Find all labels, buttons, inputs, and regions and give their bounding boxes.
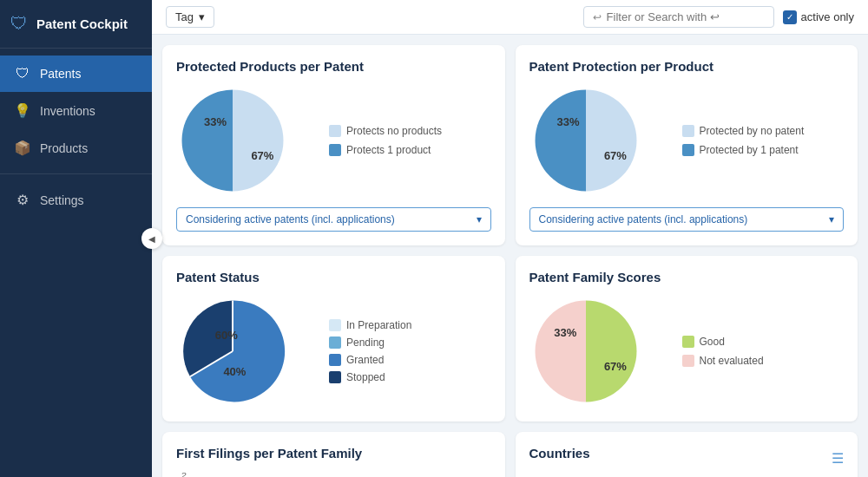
active-only-toggle[interactable]: ✓ active only — [783, 10, 854, 24]
protection-per-product-svg — [529, 84, 642, 197]
search-box[interactable]: ↩ — [583, 6, 774, 28]
pie-label-33-1: 33% — [204, 115, 227, 128]
legend-item-not-evaluated: Not evaluated — [682, 355, 764, 367]
protection-per-product-card: Patent Protection per Product 33% 67% Pr… — [516, 45, 858, 245]
protection-per-product-dropdown-label: Considering active patents (incl. applic… — [539, 213, 748, 225]
products-icon: 📦 — [14, 140, 31, 156]
protection-per-product-dropdown[interactable]: Considering active patents (incl. applic… — [529, 207, 845, 232]
protected-products-chart-area: 33% 67% Protects no products Protects 1 … — [176, 84, 491, 197]
patent-status-card: Patent Status — [162, 256, 505, 421]
legend-color-pending — [329, 337, 341, 349]
tag-dropdown[interactable]: Tag ▾ — [166, 6, 214, 28]
legend-item-1-patent: Protected by 1 patent — [682, 144, 805, 156]
protection-per-product-pie: 33% 67% — [529, 84, 668, 197]
legend-item-no-patent: Protected by no patent — [682, 125, 805, 137]
family-label-33: 33% — [554, 326, 576, 339]
first-filings-title: First Filings per Patent Family — [176, 446, 491, 461]
dropdown-chevron-icon-2: ▾ — [829, 213, 834, 225]
tag-label: Tag — [175, 10, 194, 23]
pie-label-67-2: 67% — [604, 149, 627, 162]
sidebar-item-label: Patents — [40, 67, 81, 81]
inventions-icon: 💡 — [14, 102, 31, 119]
pie-label-33-2: 33% — [557, 115, 580, 128]
legend-label-not-evaluated: Not evaluated — [700, 355, 764, 367]
patent-cockpit-icon: 🛡 — [10, 14, 28, 34]
tag-chevron-icon: ▾ — [199, 10, 205, 23]
legend-label-no-patent: Protected by no patent — [700, 125, 805, 137]
protection-per-product-title: Patent Protection per Product — [529, 59, 845, 74]
main-content: Tag ▾ ↩ ✓ active only Protected Products… — [152, 0, 868, 477]
patent-status-svg — [176, 295, 289, 408]
legend-color-1-patent — [682, 144, 694, 156]
family-scores-svg — [529, 295, 642, 408]
protected-products-title: Protected Products per Patent — [176, 59, 491, 74]
sidebar-item-patents[interactable]: 🛡 Patents — [0, 56, 152, 92]
legend-label-pending: Pending — [346, 337, 385, 349]
legend-item-good: Good — [682, 336, 764, 348]
sidebar-collapse-button[interactable]: ◀ — [141, 228, 162, 249]
protected-products-legend: Protects no products Protects 1 product — [329, 125, 442, 156]
topbar: Tag ▾ ↩ ✓ active only — [152, 0, 868, 35]
family-scores-card: Patent Family Scores 33% 67% Good — [516, 256, 858, 421]
sidebar-header: 🛡 Patent Cockpit — [0, 0, 152, 49]
first-filings-svg: 2 -1 1 — [176, 471, 491, 477]
protected-products-dropdown[interactable]: Considering active patents (incl. applic… — [176, 207, 491, 232]
legend-color-no-products — [329, 125, 341, 137]
legend-item-1-product: Protects 1 product — [329, 144, 442, 156]
patent-status-pie: 60% 40% — [176, 295, 315, 408]
family-scores-title: Patent Family Scores — [529, 270, 845, 284]
countries-header: Countries ☰ — [529, 446, 845, 471]
legend-label-no-products: Protects no products — [346, 125, 442, 137]
legend-item-no-products: Protects no products — [329, 125, 442, 137]
family-scores-chart-area: 33% 67% Good Not evaluated — [529, 295, 845, 408]
legend-color-in-preparation — [329, 319, 341, 331]
family-scores-pie: 33% 67% — [529, 295, 668, 408]
protected-products-card: Protected Products per Patent 33% 67% — [162, 45, 505, 245]
protection-per-product-chart-area: 33% 67% Protected by no patent Protected… — [529, 84, 845, 197]
patent-status-chart-area: 60% 40% In Preparation Pending Granted — [176, 295, 491, 408]
legend-color-good — [682, 336, 694, 348]
search-icon: ↩ — [593, 11, 602, 23]
first-filings-chart: 2 -1 1 — [176, 471, 491, 477]
dashboard: Protected Products per Patent 33% 67% — [152, 35, 868, 477]
family-label-67: 67% — [604, 360, 627, 373]
first-filings-card: First Filings per Patent Family 2 -1 1 — [162, 432, 505, 477]
protected-products-svg — [176, 84, 289, 197]
sidebar: 🛡 Patent Cockpit 🛡 Patents 💡 Inventions … — [0, 0, 152, 477]
legend-label-in-preparation: In Preparation — [346, 319, 411, 331]
topbar-left: Tag ▾ — [166, 6, 214, 28]
legend-item-granted: Granted — [329, 354, 411, 366]
legend-label-granted: Granted — [346, 354, 384, 366]
active-only-checkbox[interactable]: ✓ — [783, 10, 797, 24]
search-input[interactable] — [607, 10, 765, 23]
topbar-right: ↩ ✓ active only — [583, 6, 854, 28]
sidebar-item-products[interactable]: 📦 Products — [0, 129, 152, 167]
patent-status-title: Patent Status — [176, 270, 491, 284]
sidebar-item-label: Settings — [40, 193, 84, 207]
dropdown-chevron-icon: ▾ — [477, 213, 482, 225]
legend-label-good: Good — [700, 336, 725, 348]
sidebar-item-inventions[interactable]: 💡 Inventions — [0, 92, 152, 129]
countries-card: Countries ☰ — [516, 432, 858, 477]
patents-icon: 🛡 — [14, 66, 31, 82]
countries-filter-icon[interactable]: ☰ — [832, 450, 844, 467]
legend-item-in-preparation: In Preparation — [329, 319, 411, 331]
status-label-40: 40% — [223, 365, 246, 378]
legend-item-pending: Pending — [329, 337, 411, 349]
legend-label-1-product: Protects 1 product — [346, 144, 431, 156]
active-only-label: active only — [801, 10, 854, 23]
legend-color-granted — [329, 354, 341, 366]
sidebar-item-settings[interactable]: ⚙ Settings — [0, 181, 152, 219]
legend-color-stopped — [329, 371, 341, 383]
svg-text:2: 2 — [181, 471, 187, 477]
pie-label-67-1: 67% — [251, 149, 273, 162]
settings-icon: ⚙ — [14, 192, 31, 208]
sidebar-divider — [0, 173, 152, 174]
protected-products-pie: 33% 67% — [176, 84, 315, 197]
sidebar-nav: 🛡 Patents 💡 Inventions 📦 Products ⚙ Sett… — [0, 49, 152, 477]
family-scores-legend: Good Not evaluated — [682, 336, 764, 367]
sidebar-item-label: Inventions — [40, 104, 95, 118]
countries-title: Countries — [529, 446, 590, 461]
legend-label-stopped: Stopped — [346, 371, 385, 383]
legend-color-1-product — [329, 144, 341, 156]
